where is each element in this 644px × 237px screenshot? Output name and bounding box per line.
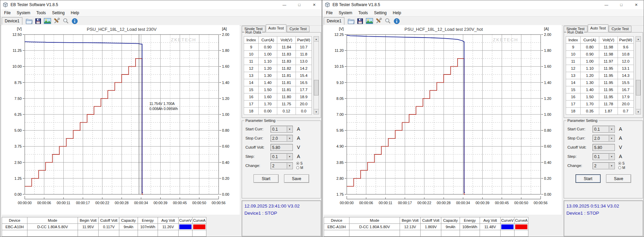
open-file-icon[interactable]: [25, 17, 33, 25]
maximize-button[interactable]: □: [292, 0, 307, 9]
run-data-row[interactable]: 180.000.120.0: [244, 108, 312, 115]
curve-a-cell: [515, 224, 528, 230]
save-button[interactable]: Save: [606, 174, 631, 183]
radio-minutes[interactable]: M: [296, 166, 303, 170]
cutoff-volt-input[interactable]: 5.80: [270, 144, 293, 151]
scrollbar-thumb[interactable]: [636, 80, 641, 95]
chevron-down-icon[interactable]: [609, 154, 614, 159]
scroll-up-icon[interactable]: [314, 37, 319, 42]
tab-cycle-test[interactable]: Cycle Test: [287, 26, 309, 32]
image-export-icon[interactable]: [43, 17, 52, 25]
minimize-button[interactable]: —: [599, 0, 614, 9]
run-data-row[interactable]: 111.1011.8313.0: [244, 58, 312, 65]
menu-item-setting[interactable]: Setting: [49, 10, 67, 16]
run-data-row[interactable]: 171.7011.7820.0: [566, 101, 634, 108]
scroll-down-icon[interactable]: [314, 109, 319, 114]
start-button[interactable]: Start: [576, 174, 601, 183]
run-data-row[interactable]: 111.0011.9712.0: [566, 58, 634, 65]
menu-item-help[interactable]: Help: [390, 10, 404, 16]
run-data-row[interactable]: 131.2011.9514.3: [566, 72, 634, 79]
title-bar[interactable]: EB Tester Software V1.8.5 — □ ✕: [0, 0, 322, 9]
save-icon[interactable]: [356, 17, 364, 25]
menu-item-file[interactable]: File: [323, 10, 336, 16]
device-tab[interactable]: Device1: [2, 17, 22, 25]
menu-item-tools[interactable]: Tools: [355, 10, 371, 16]
tab-auto-test[interactable]: Auto Test: [588, 24, 609, 32]
run-data-row[interactable]: 151.5011.8117.7: [244, 86, 312, 93]
tools-icon[interactable]: [374, 17, 383, 25]
cutoff-volt-input[interactable]: 5.80: [592, 144, 615, 151]
zoom-icon[interactable]: [61, 17, 70, 25]
run-data-row[interactable]: 161.5011.9517.9: [566, 93, 634, 101]
change-combo[interactable]: 2: [592, 162, 615, 169]
chevron-down-icon[interactable]: [609, 135, 614, 141]
start-curr-combo[interactable]: 0.1: [592, 126, 615, 133]
a-axis-tick-label: 1.60: [222, 64, 229, 68]
run-data-row[interactable]: 90.9011.8410.7: [244, 44, 312, 51]
run-data-row[interactable]: 180.351.870.7: [566, 108, 634, 115]
radio-minutes[interactable]: M: [618, 166, 625, 170]
menu-item-system[interactable]: System: [336, 10, 355, 16]
scroll-up-icon[interactable]: [636, 37, 641, 42]
radio-seconds[interactable]: S: [618, 161, 625, 166]
minimize-button[interactable]: —: [277, 0, 292, 9]
chevron-down-icon[interactable]: [609, 163, 614, 169]
chevron-down-icon[interactable]: [287, 126, 292, 132]
zoom-icon[interactable]: [383, 17, 392, 25]
result-row: EBC-A10HD-CC 1.80A 5.80V11.95V0.117V9mAh…: [2, 224, 206, 230]
menu-bar: FileSystemToolsSettingHelp: [0, 9, 322, 16]
run-data-row[interactable]: 101.0011.8311.8: [244, 51, 312, 58]
stop-curr-combo[interactable]: 2.0: [270, 135, 293, 142]
start-button[interactable]: Start: [254, 174, 279, 183]
result-cell: D-CC 1.80A 5.80V: [349, 224, 400, 230]
run-data-row[interactable]: 121.2011.8214.2: [244, 65, 312, 72]
menu-item-setting[interactable]: Setting: [371, 10, 389, 16]
change-combo[interactable]: 2: [270, 162, 293, 169]
run-data-row[interactable]: 141.3011.9515.5: [566, 79, 634, 86]
info-icon[interactable]: [71, 17, 79, 25]
x-axis-tick-label: 00:00:00: [340, 201, 354, 205]
v-axis-tick-label: 5.00: [15, 128, 22, 132]
run-data-row[interactable]: 141.4011.8116.5: [244, 79, 312, 86]
tab-cycle-test[interactable]: Cycle Test: [609, 26, 631, 32]
info-icon[interactable]: [393, 17, 401, 25]
device-tab[interactable]: Device1: [324, 17, 344, 25]
chevron-down-icon[interactable]: [287, 154, 292, 159]
title-bar[interactable]: EB Tester Software V1.8.5 — □ ✕: [322, 0, 644, 9]
save-button[interactable]: Save: [284, 174, 309, 183]
run-data-cell: 13.1: [618, 65, 634, 72]
start-curr-combo[interactable]: 0.1: [270, 126, 293, 133]
run-data-row[interactable]: 161.6011.8018.9: [244, 93, 312, 101]
step-combo[interactable]: 0.1: [270, 153, 293, 160]
run-data-row[interactable]: 171.7011.7520.0: [244, 101, 312, 108]
run-data-row[interactable]: 121.1011.9513.1: [566, 65, 634, 72]
run-data-scrollbar[interactable]: [636, 36, 641, 114]
run-data-row[interactable]: 90.8011.989.6: [566, 44, 634, 51]
image-export-icon[interactable]: [365, 17, 374, 25]
a-axis-unit: [A]: [544, 27, 549, 31]
chevron-down-icon[interactable]: [287, 163, 292, 169]
maximize-button[interactable]: □: [614, 0, 629, 9]
scroll-down-icon[interactable]: [636, 109, 641, 114]
close-button[interactable]: ✕: [307, 0, 322, 9]
run-data-row[interactable]: 131.3011.8115.4: [244, 72, 312, 79]
tab-auto-test[interactable]: Auto Test: [266, 24, 287, 32]
menu-item-help[interactable]: Help: [68, 10, 82, 16]
run-data-row[interactable]: 151.4011.9516.7: [566, 86, 634, 93]
run-data-cell: 1.50: [259, 86, 277, 93]
menu-item-tools[interactable]: Tools: [33, 10, 49, 16]
chevron-down-icon[interactable]: [287, 135, 292, 141]
open-file-icon[interactable]: [347, 17, 355, 25]
run-data-row[interactable]: 100.9011.9810.8: [566, 51, 634, 58]
radio-seconds[interactable]: S: [296, 161, 303, 166]
stop-curr-combo[interactable]: 2.0: [592, 135, 615, 142]
menu-item-system[interactable]: System: [14, 10, 33, 16]
scrollbar-thumb[interactable]: [314, 80, 319, 95]
chevron-down-icon[interactable]: [609, 126, 614, 132]
tools-icon[interactable]: [52, 17, 61, 25]
step-combo[interactable]: 0.1: [592, 153, 615, 160]
menu-item-file[interactable]: File: [1, 10, 14, 16]
close-button[interactable]: ✕: [629, 0, 644, 9]
save-icon[interactable]: [34, 17, 42, 25]
run-data-scrollbar[interactable]: [314, 36, 319, 114]
